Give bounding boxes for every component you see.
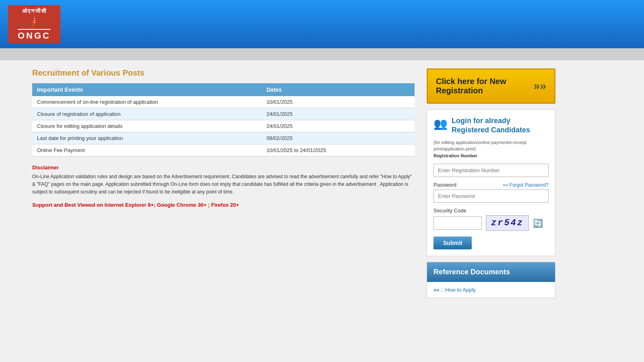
- captcha-image: zr54z: [486, 215, 529, 231]
- browser-support: Support and Best Viewed on Internet Expl…: [32, 202, 415, 208]
- table-row: Closure of registration of application24…: [32, 108, 415, 120]
- security-code-row: zr54z 🔄: [433, 215, 549, 231]
- login-people-icon: 👥: [433, 117, 448, 130]
- page-title: Recruitment of Various Posts: [32, 68, 415, 78]
- reg-number-section-label: Registration Number: [433, 153, 477, 158]
- disclaimer-title: Disclaimer: [32, 165, 415, 171]
- sub-header-bar: [0, 48, 644, 60]
- login-header: 👥 Login for already Registered Candidate…: [433, 116, 549, 135]
- logo-ongc-text: ONGC: [18, 29, 51, 41]
- forgot-password-link[interactable]: Forgot Password?: [503, 182, 549, 188]
- security-code-label: Security Code: [433, 208, 549, 214]
- login-box: 👥 Login for already Registered Candidate…: [427, 109, 555, 256]
- main-content: Recruitment of Various Posts Important E…: [0, 60, 644, 362]
- new-reg-label: Click here for New Registration: [436, 77, 534, 95]
- date-cell: 10/01/2025 to 24/01/2025: [262, 144, 415, 156]
- events-table: Important Events Dates Commencement of o…: [32, 83, 415, 156]
- page-header: ओएनजीसी 🗼 ONGC: [0, 0, 644, 48]
- login-title: Login for already Registered Candidates: [452, 116, 530, 135]
- date-cell: 24/01/2025: [262, 108, 415, 120]
- registration-number-input[interactable]: [433, 164, 549, 177]
- left-panel: Recruitment of Various Posts Important E…: [32, 68, 415, 354]
- table-row: Commencement of on-line registration of …: [32, 96, 415, 108]
- right-panel: Click here for New Registration »» 👥 Log…: [427, 68, 555, 354]
- logo-hindi-text: ओएनजीसी: [22, 8, 47, 14]
- refresh-captcha-icon[interactable]: 🔄: [533, 218, 543, 228]
- submit-button[interactable]: Submit: [433, 237, 472, 249]
- event-cell: Commencement of on-line registration of …: [32, 96, 262, 108]
- password-label: Password: [433, 182, 456, 188]
- event-cell: Last date for printing your application: [32, 132, 262, 144]
- table-row: Online Fee Payment10/01/2025 to 24/01/20…: [32, 144, 415, 156]
- ongc-logo: ओएनजीसी 🗼 ONGC: [8, 5, 60, 43]
- new-registration-button[interactable]: Click here for New Registration »»: [427, 68, 555, 104]
- password-input[interactable]: [433, 189, 549, 203]
- login-subtitle: (for editing application/online payment/…: [433, 139, 549, 159]
- logo-tower-icon: 🗼: [27, 16, 42, 28]
- event-cell: Online Fee Payment: [32, 144, 262, 156]
- disclaimer-text: On-Line Application validation rules and…: [32, 173, 415, 196]
- table-row: Closure for editing application details2…: [32, 120, 415, 132]
- reference-documents-box: Reference Documents :: How to Apply: [427, 262, 555, 298]
- ref-docs-title: Reference Documents: [427, 262, 555, 282]
- col2-header: Dates: [262, 83, 415, 96]
- event-cell: Closure for editing application details: [32, 120, 262, 132]
- new-reg-chevron-icon: »»: [534, 80, 546, 93]
- date-cell: 08/02/2025: [262, 132, 415, 144]
- security-code-input[interactable]: [433, 216, 482, 230]
- table-row: Last date for printing your application0…: [32, 132, 415, 144]
- date-cell: 10/01/2025: [262, 96, 415, 108]
- password-label-row: Password Forgot Password?: [433, 182, 549, 188]
- col1-header: Important Events: [32, 83, 262, 96]
- ref-docs-body: :: How to Apply: [427, 282, 555, 298]
- date-cell: 24/01/2025: [262, 120, 415, 132]
- how-to-apply-link[interactable]: :: How to Apply: [433, 287, 476, 293]
- event-cell: Closure of registration of application: [32, 108, 262, 120]
